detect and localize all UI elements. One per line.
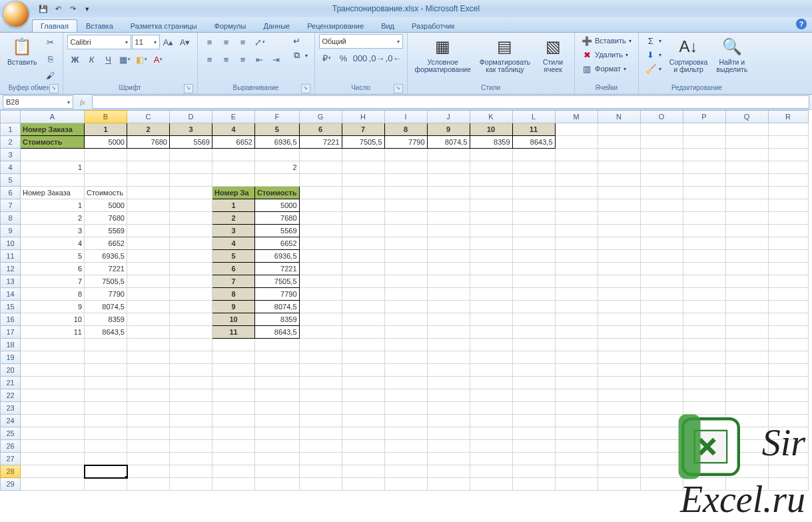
cell[interactable] [725, 364, 768, 377]
cell[interactable] [342, 250, 384, 263]
cell[interactable] [640, 402, 683, 415]
cell[interactable]: Стоимость [21, 136, 85, 149]
cell[interactable] [470, 465, 512, 478]
cell[interactable] [342, 402, 384, 415]
cell[interactable] [768, 174, 808, 187]
cell[interactable] [640, 187, 683, 199]
cell[interactable] [598, 402, 640, 415]
cell[interactable] [555, 187, 598, 199]
align-launcher[interactable]: ↘ [301, 84, 310, 93]
office-button[interactable] [3, 1, 29, 27]
cell[interactable] [127, 415, 170, 427]
cell[interactable] [127, 212, 170, 225]
cell[interactable]: 8074,5 [255, 301, 300, 313]
cell[interactable]: Номер За [212, 187, 255, 199]
cell[interactable] [127, 187, 170, 199]
row-header-7[interactable]: 7 [1, 199, 21, 212]
cell[interactable]: 2 [127, 123, 170, 136]
row-header-15[interactable]: 15 [1, 301, 21, 313]
underline-button[interactable]: Ч [101, 51, 117, 67]
cell[interactable] [384, 415, 427, 427]
cell[interactable]: 3 [170, 123, 212, 136]
cell[interactable]: 7790 [85, 288, 127, 301]
cell[interactable] [299, 402, 342, 415]
cell[interactable] [555, 453, 598, 465]
cell[interactable] [384, 187, 427, 199]
cell[interactable] [255, 415, 300, 427]
align-bottom-button[interactable]: ≡ [235, 34, 251, 50]
cell[interactable] [512, 339, 555, 351]
row-header-4[interactable]: 4 [1, 161, 21, 174]
cell[interactable] [470, 402, 512, 415]
cell[interactable] [555, 377, 598, 389]
cell[interactable] [384, 263, 427, 275]
cell[interactable] [512, 187, 555, 199]
merge-center-button[interactable]: ⧉▾ [289, 49, 310, 62]
cell[interactable] [512, 440, 555, 453]
cell[interactable]: 8643,5 [255, 326, 300, 339]
cell[interactable] [299, 478, 342, 491]
cell[interactable] [555, 478, 598, 491]
row-header-12[interactable]: 12 [1, 263, 21, 275]
cell[interactable] [170, 250, 212, 263]
cell[interactable] [470, 212, 512, 225]
cell[interactable] [640, 326, 683, 339]
cell[interactable] [170, 313, 212, 326]
grow-font-button[interactable]: A▴ [161, 34, 177, 50]
cell[interactable] [384, 389, 427, 402]
cell[interactable] [299, 313, 342, 326]
row-header-2[interactable]: 2 [1, 136, 21, 149]
cell[interactable] [427, 465, 470, 478]
cell[interactable]: 2 [212, 212, 255, 225]
cell[interactable] [470, 415, 512, 427]
cell[interactable] [470, 326, 512, 339]
cell[interactable] [725, 250, 768, 263]
cell[interactable] [598, 313, 640, 326]
cell[interactable] [170, 275, 212, 288]
cell[interactable] [85, 149, 127, 161]
formula-input[interactable] [92, 95, 809, 109]
cell[interactable] [170, 263, 212, 275]
cell[interactable] [299, 212, 342, 225]
cell[interactable] [21, 339, 85, 351]
cell[interactable] [725, 453, 768, 465]
cell[interactable] [127, 465, 170, 478]
row-header-11[interactable]: 11 [1, 250, 21, 263]
cell[interactable] [640, 339, 683, 351]
decrease-decimal-button[interactable]: ,0← [386, 50, 402, 66]
cell[interactable] [725, 377, 768, 389]
cell[interactable] [725, 313, 768, 326]
cell[interactable] [725, 199, 768, 212]
cell[interactable] [640, 478, 683, 491]
cell[interactable] [640, 288, 683, 301]
cell[interactable] [427, 187, 470, 199]
cell[interactable]: 8074,5 [427, 136, 470, 149]
cell[interactable] [342, 339, 384, 351]
cell[interactable] [640, 351, 683, 364]
cell[interactable]: 9 [212, 301, 255, 313]
cell[interactable]: 8 [384, 123, 427, 136]
cell[interactable] [85, 351, 127, 364]
cell[interactable] [725, 301, 768, 313]
cell[interactable] [683, 478, 725, 491]
cell[interactable] [512, 313, 555, 326]
col-header-O[interactable]: O [640, 111, 683, 123]
cell[interactable] [170, 237, 212, 250]
row-header-28[interactable]: 28 [1, 465, 21, 478]
cell[interactable] [512, 275, 555, 288]
cell[interactable]: 9 [427, 123, 470, 136]
cell[interactable] [427, 250, 470, 263]
cell[interactable] [725, 174, 768, 187]
cell[interactable] [170, 465, 212, 478]
cell[interactable] [470, 237, 512, 250]
cell[interactable] [470, 250, 512, 263]
cell[interactable] [555, 339, 598, 351]
cell[interactable] [555, 402, 598, 415]
cell[interactable] [85, 377, 127, 389]
cell[interactable] [21, 453, 85, 465]
cell[interactable]: 2 [21, 212, 85, 225]
cell[interactable] [598, 377, 640, 389]
cell[interactable] [384, 301, 427, 313]
cell[interactable] [725, 427, 768, 440]
cell[interactable] [299, 250, 342, 263]
